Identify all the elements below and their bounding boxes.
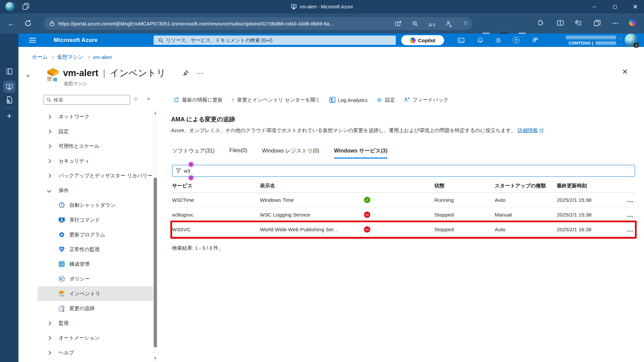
service-filter-box[interactable] <box>172 165 635 177</box>
breadcrumb-virtual-machines[interactable]: 仮想マシン <box>57 54 84 61</box>
zoom-icon[interactable] <box>412 20 419 27</box>
settings-gear-icon[interactable] <box>495 37 501 44</box>
col-header-status[interactable]: 状態 <box>434 183 495 189</box>
col-header-service[interactable]: サービス <box>172 183 260 189</box>
cell-status: Stopped <box>434 212 495 218</box>
extensions-puzzle-icon[interactable] <box>537 19 547 29</box>
blade-more-icon[interactable]: … <box>196 67 204 76</box>
pin-icon[interactable] <box>182 70 189 76</box>
menu-collapse-icon[interactable]: « <box>147 95 150 102</box>
copilot-button[interactable]: Copilot <box>401 35 444 45</box>
menu-scrollbar[interactable]: ▲ ▼ <box>153 109 158 362</box>
sidebar-item-help[interactable]: ヘルプ <box>38 345 154 360</box>
copilot-sidebar-icon[interactable] <box>629 19 636 26</box>
hamburger-menu-icon[interactable] <box>29 38 36 43</box>
notifications-bell-icon[interactable] <box>477 37 483 44</box>
row-more-icon[interactable]: … <box>627 211 635 219</box>
tab-windows-registry[interactable]: Windows レジストリ(0) <box>262 147 319 159</box>
sidebar-item-security[interactable]: セキュリティ <box>38 154 154 168</box>
row-more-icon[interactable]: … <box>627 226 635 233</box>
help-icon[interactable]: ? <box>513 37 520 44</box>
breadcrumb-separator-icon <box>86 55 90 59</box>
learn-more-link[interactable]: 詳細情報 <box>518 127 538 134</box>
sidebar-item-network[interactable]: ネットワーク <box>38 109 154 124</box>
sidebar-item-backup-dr[interactable]: バックアップとディザスター リカバリー <box>38 168 154 183</box>
sidebar-item-policy[interactable]: ポリシー <box>38 272 154 286</box>
closed-tab-document-icon[interactable] <box>0 96 18 104</box>
new-tab-plus-icon[interactable]: + <box>0 111 18 121</box>
tab-files[interactable]: Files(0) <box>229 147 247 159</box>
expand-panel-icon[interactable]: » <box>26 72 30 79</box>
tab-software[interactable]: ソフトウェア(31) <box>172 147 215 159</box>
feedback-button[interactable]: フィードバック <box>401 97 451 103</box>
text-selection-handle-bottom[interactable] <box>189 176 193 180</box>
profile-sync-icon[interactable] <box>445 20 452 27</box>
workspaces-icon[interactable] <box>22 3 30 10</box>
refresh-button[interactable]: 最新の情報に更新 <box>171 97 225 103</box>
scrollbar-thumb[interactable] <box>154 178 157 347</box>
tab-windows-services[interactable]: Windows サービス(3) <box>334 147 387 159</box>
menu-diamond-icon[interactable]: ◇ <box>134 96 138 102</box>
col-header-startup-type[interactable]: スタートアップの種類 <box>495 183 557 189</box>
sidebar-item-run-command[interactable]: 実行コマンド <box>38 213 154 227</box>
cell-startup-type: Manual <box>495 212 557 218</box>
browser-title-bar: vm-alert - Microsoft Azure <box>0 0 644 13</box>
sidebar-item-health-monitoring[interactable]: 正常性の監視 <box>38 242 154 257</box>
cloud-shell-icon[interactable] <box>458 37 464 44</box>
open-change-inventory-center-button[interactable]: ↑ 変更とインベントリ センターを開く <box>229 97 323 103</box>
health-heart-icon <box>58 246 65 253</box>
account-info[interactable]: … CONTOSO ( … <box>550 35 622 46</box>
row-more-icon[interactable]: … <box>627 196 635 204</box>
browser-settings-more-icon[interactable]: … <box>610 16 621 26</box>
browser-refresh-button[interactable] <box>24 19 34 29</box>
search-icon <box>47 98 51 102</box>
sidebar-item-availability-scale[interactable]: 可用性とスケール <box>38 139 154 154</box>
sidebar-item-configuration-management[interactable]: 構成管理 <box>38 257 154 272</box>
inventory-tabs: ソフトウェア(31) Files(0) Windows レジストリ(0) Win… <box>172 147 387 159</box>
scroll-up-icon[interactable]: ▲ <box>153 111 158 115</box>
breadcrumb-home[interactable]: ホーム <box>32 54 48 61</box>
scroll-down-icon[interactable]: ▼ <box>153 357 158 360</box>
sidebar-item-change-tracking[interactable]: 変更の追跡 <box>38 301 154 316</box>
sidebar-item-settings[interactable]: 設定 <box>38 124 154 139</box>
active-tab-monitor-icon[interactable] <box>3 80 15 93</box>
sidebar-item-inventory[interactable]: インベントリ <box>38 286 154 301</box>
sidebar-item-monitoring[interactable]: 監視 <box>38 316 154 330</box>
url-text[interactable]: https://portal.azure.com/#@MngEnvMCAP073… <box>58 21 334 26</box>
window-close-button[interactable] <box>628 0 643 13</box>
account-avatar[interactable] <box>625 34 638 47</box>
read-aloud-icon[interactable]: A <box>429 20 435 27</box>
col-header-last-updated[interactable]: 最終更新時刻 <box>557 183 624 189</box>
sidebar-item-operations[interactable]: 操作 <box>38 183 154 198</box>
chevron-right-icon <box>47 115 51 119</box>
browser-back-button[interactable]: ← <box>6 18 16 28</box>
cell-last-updated: 2025/2/1 15:38 <box>557 197 624 203</box>
sidebar-item-automation[interactable]: オートメーション <box>38 330 154 345</box>
collections-icon[interactable] <box>594 19 604 29</box>
col-header-display-name[interactable]: 表示名 <box>260 183 364 189</box>
sidebar-item-auto-shutdown[interactable]: 自動シャットダウン <box>38 198 154 213</box>
window-minimize-button[interactable] <box>587 0 602 13</box>
azure-search-box[interactable] <box>154 36 396 45</box>
log-analytics-button[interactable]: Log Analytics <box>327 97 370 103</box>
text-selection-handle-top[interactable] <box>189 162 193 167</box>
blade-close-icon[interactable]: × <box>622 66 628 77</box>
sidebar-item-updates[interactable]: 更新プログラム <box>38 227 154 242</box>
menu-search-box[interactable] <box>44 95 130 105</box>
feedback-icon[interactable] <box>531 37 538 44</box>
azure-search-input[interactable] <box>166 38 381 43</box>
window-maximize-button[interactable] <box>607 0 623 13</box>
breadcrumb-vm-alert[interactable]: vm-alert <box>93 54 112 60</box>
browser-profile-avatar[interactable] <box>5 2 15 11</box>
settings-button[interactable]: 設定 <box>374 97 397 103</box>
address-bar[interactable]: https://portal.azure.com/#@MngEnvMCAP073… <box>44 17 472 30</box>
azure-brand[interactable]: Microsoft Azure <box>54 37 98 44</box>
updates-gear-icon <box>58 231 65 238</box>
vertical-tabs-icon[interactable] <box>0 68 18 75</box>
favorites-hub-icon[interactable] <box>575 19 585 29</box>
split-screen-new-icon[interactable] <box>395 20 402 27</box>
split-screen-icon[interactable] <box>557 19 567 29</box>
menu-search-input[interactable] <box>54 97 124 103</box>
service-filter-input[interactable] <box>184 168 613 174</box>
favorite-star-icon[interactable]: ☆ <box>462 19 469 26</box>
